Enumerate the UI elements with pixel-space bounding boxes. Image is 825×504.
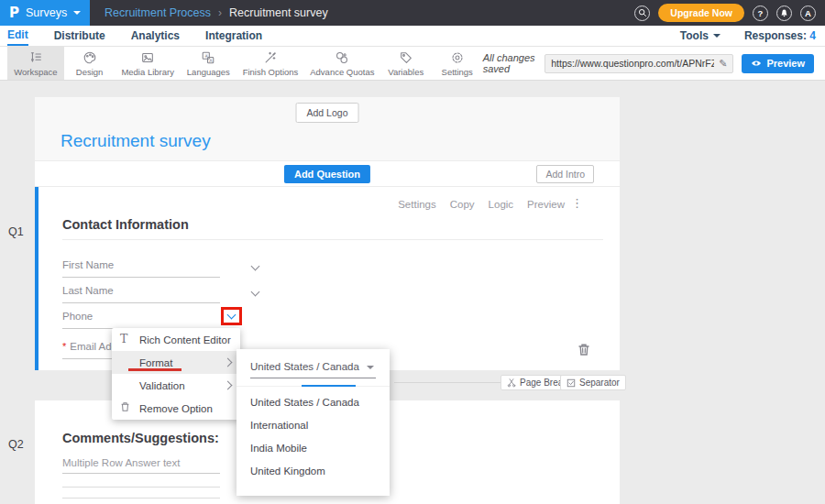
svg-text:A: A xyxy=(210,58,214,62)
field-row-phone[interactable]: Phone xyxy=(62,311,220,329)
magic-wand-icon xyxy=(263,50,278,65)
image-icon xyxy=(140,50,155,65)
breadcrumb-separator: › xyxy=(218,6,222,19)
format-select[interactable]: United States / Canada xyxy=(250,361,376,378)
translate-icon: ✳A xyxy=(201,50,215,65)
question-settings-link[interactable]: Settings xyxy=(398,199,436,210)
help-button[interactable]: ? xyxy=(753,5,768,21)
question-more-menu[interactable]: ⋮ xyxy=(571,196,583,210)
select-focus-indicator xyxy=(302,385,356,387)
add-question-row: Add Question Add Intro xyxy=(35,161,620,186)
tools-menu[interactable]: Tools xyxy=(680,29,720,42)
survey-url-input[interactable] xyxy=(551,58,714,69)
divider xyxy=(62,239,603,240)
toolbar-item-design[interactable]: Design xyxy=(64,47,116,80)
save-status: All changes saved xyxy=(483,52,536,74)
submenu-chevron-icon xyxy=(224,381,233,390)
trash-icon xyxy=(578,343,590,356)
menu-item-validation[interactable]: Validation xyxy=(112,374,240,397)
edit-url-icon[interactable]: ✎ xyxy=(719,58,727,70)
field-dropdown-chevron-icon[interactable] xyxy=(251,262,260,271)
toolbar-item-languages[interactable]: ✳A Languages xyxy=(181,47,236,80)
preview-button[interactable]: Preview xyxy=(742,54,814,73)
annotation-underline xyxy=(128,368,182,371)
toolbar-item-settings[interactable]: Settings xyxy=(432,47,483,80)
bell-icon xyxy=(780,8,788,17)
add-question-button[interactable]: Add Question xyxy=(284,165,370,183)
toolbar-item-advance-quotas[interactable]: Advance Quotas xyxy=(304,47,380,80)
question-preview-link[interactable]: Preview xyxy=(527,199,565,210)
field-dropdown-chevron-icon[interactable] xyxy=(251,288,260,297)
tag-icon xyxy=(399,50,413,65)
upgrade-now-button[interactable]: Upgrade Now xyxy=(658,4,744,22)
workspace-icon xyxy=(28,50,43,65)
option-united-kingdom[interactable]: United Kingdom xyxy=(236,459,390,482)
field-row-first-name[interactable]: First Name xyxy=(62,259,220,278)
eye-icon xyxy=(751,59,762,68)
tab-distribute[interactable]: Distribute xyxy=(54,26,105,46)
nav-right: Tools Responses: 4 xyxy=(680,26,825,46)
tab-analytics[interactable]: Analytics xyxy=(131,26,180,46)
separator-button[interactable]: Separator xyxy=(560,375,626,390)
breadcrumb-folder-link[interactable]: Recruitment Process xyxy=(104,6,211,19)
chevron-down-icon xyxy=(713,34,720,38)
question-2-title[interactable]: Comments/Suggestions: xyxy=(62,431,219,445)
delete-question-button[interactable] xyxy=(578,343,590,356)
responses-count: 4 xyxy=(809,29,816,42)
toolbar-item-variables[interactable]: Variables xyxy=(380,47,432,80)
submenu-chevron-icon xyxy=(224,358,233,367)
menu-item-rich-content-editor[interactable]: T Rich Content Editor xyxy=(112,328,240,351)
topbar-actions: Upgrade Now ? A xyxy=(634,4,825,22)
chain-links-icon xyxy=(335,50,349,65)
annotation-highlight-box xyxy=(221,307,242,325)
palette-icon xyxy=(82,50,97,65)
notifications-button[interactable] xyxy=(776,5,792,21)
scissors-icon xyxy=(507,378,516,388)
select-arrow-icon xyxy=(367,366,374,369)
toolbar-right: All changes saved ✎ Preview xyxy=(483,47,825,80)
account-avatar[interactable]: A xyxy=(800,5,816,21)
main-nav: Edit Distribute Analytics Integration To… xyxy=(0,26,825,47)
survey-header-card: Add Logo Recruitment survey xyxy=(35,97,620,161)
checkbox-icon xyxy=(566,378,576,388)
question-actions: Settings Copy Logic Preview xyxy=(398,199,565,210)
toolbar-item-workspace[interactable]: Workspace xyxy=(7,47,64,80)
tab-integration[interactable]: Integration xyxy=(205,26,262,46)
surveys-menu[interactable]: P Surveys xyxy=(0,0,90,26)
editor-toolbar: Workspace Design Media Library ✳A Langua… xyxy=(0,47,825,81)
search-icon xyxy=(638,8,647,17)
product-name: Surveys xyxy=(26,6,67,19)
question-copy-link[interactable]: Copy xyxy=(450,199,475,210)
option-india-mobile[interactable]: India Mobile xyxy=(236,436,390,459)
toolbar-item-media-library[interactable]: Media Library xyxy=(116,47,181,80)
text-format-icon: T xyxy=(120,332,127,346)
multirow-answer-field[interactable]: Multiple Row Answer text xyxy=(62,457,220,474)
row-options-context-menu: T Rich Content Editor Format Validation … xyxy=(112,328,240,420)
required-asterisk: * xyxy=(62,341,66,352)
responses-link[interactable]: Responses: 4 xyxy=(744,29,816,42)
format-submenu-panel: United States / Canada United States / C… xyxy=(236,349,390,496)
question-1-title[interactable]: Contact Information xyxy=(62,217,189,232)
answer-line xyxy=(62,498,220,499)
survey-title[interactable]: Recruitment survey xyxy=(60,131,211,151)
breadcrumb: Recruitment Process › Recruitment survey xyxy=(104,6,328,19)
chevron-down-icon xyxy=(73,11,81,15)
option-international[interactable]: International xyxy=(236,413,390,436)
survey-url-box: ✎ xyxy=(544,54,733,73)
questionpro-survey-editor: P Surveys Recruitment Process › Recruitm… xyxy=(0,0,825,504)
menu-item-remove-option[interactable]: Remove Option xyxy=(112,397,240,420)
search-button[interactable] xyxy=(634,5,650,21)
topbar: P Surveys Recruitment Process › Recruitm… xyxy=(0,0,825,26)
breadcrumb-current: Recruitment survey xyxy=(229,6,328,19)
phone-dropdown-chevron-icon[interactable] xyxy=(227,311,236,320)
option-united-states-canada[interactable]: United States / Canada xyxy=(236,390,390,413)
answer-line xyxy=(62,487,220,488)
field-row-last-name[interactable]: Last Name xyxy=(62,285,220,303)
add-logo-button[interactable]: Add Logo xyxy=(296,103,359,123)
question-logic-link[interactable]: Logic xyxy=(489,199,514,210)
toolbar-item-finish-options[interactable]: Finish Options xyxy=(236,47,304,80)
tab-edit[interactable]: Edit xyxy=(7,26,28,46)
svg-text:✳: ✳ xyxy=(204,52,209,58)
add-intro-button[interactable]: Add Intro xyxy=(536,165,594,183)
trash-icon xyxy=(120,401,130,414)
